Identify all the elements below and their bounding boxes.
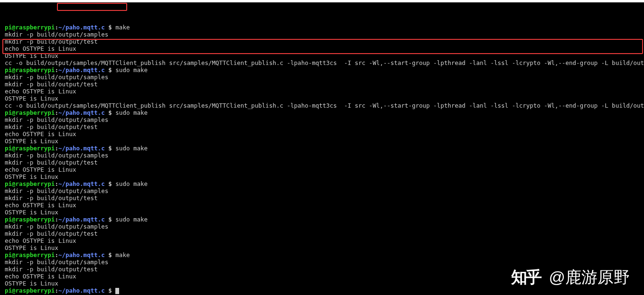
terminal-line: pi@raspberrypi:~/paho.mqtt.c $ make <box>0 24 644 31</box>
terminal-line: OSTYPE is Linux <box>0 173 644 180</box>
terminal-pane[interactable]: pi@raspberrypi:~/paho.mqtt.c $ makemkdir… <box>0 2 644 295</box>
terminal-line: mkdir -p build/output/test <box>0 81 644 88</box>
terminal-line: mkdir -p build/output/samples <box>0 187 644 194</box>
terminal-line: echo OSTYPE is Linux <box>0 166 644 173</box>
terminal-line: pi@raspberrypi:~/paho.mqtt.c $ <box>0 287 644 294</box>
terminal-line: mkdir -p build/output/test <box>0 38 644 45</box>
terminal-line: pi@raspberrypi:~/paho.mqtt.c $ sudo make <box>0 180 644 187</box>
terminal-line: mkdir -p build/output/samples <box>0 258 644 266</box>
terminal-line: mkdir -p build/output/test <box>0 159 644 166</box>
terminal-line: pi@raspberrypi:~/paho.mqtt.c $ make <box>0 251 644 258</box>
terminal-line: mkdir -p build/output/samples <box>0 116 644 123</box>
terminal-line: pi@raspberrypi:~/paho.mqtt.c $ sudo make <box>0 145 644 152</box>
terminal-line: OSTYPE is Linux <box>0 95 644 102</box>
terminal-line: echo OSTYPE is Linux <box>0 130 644 138</box>
terminal-line: pi@raspberrypi:~/paho.mqtt.c $ sudo make <box>0 66 644 74</box>
terminal-line: mkdir -p build/output/samples <box>0 31 644 38</box>
zhihu-icon: 知乎 <box>511 274 541 281</box>
terminal-line: mkdir -p build/output/test <box>0 194 644 202</box>
terminal-line: echo OSTYPE is Linux <box>0 202 644 209</box>
terminal-line: pi@raspberrypi:~/paho.mqtt.c $ sudo make <box>0 216 644 223</box>
terminal-line: mkdir -p build/output/samples <box>0 223 644 230</box>
terminal-line: echo OSTYPE is Linux <box>0 45 644 52</box>
terminal-line: pi@raspberrypi:~/paho.mqtt.c $ sudo make <box>0 109 644 116</box>
terminal-output: pi@raspberrypi:~/paho.mqtt.c $ makemkdir… <box>0 24 644 294</box>
terminal-line: cc -o build/output/samples/MQTTClient_pu… <box>0 59 644 66</box>
watermark-text: @鹿游原野 <box>544 274 630 281</box>
terminal-line: echo OSTYPE is Linux <box>0 237 644 244</box>
terminal-line: mkdir -p build/output/test <box>0 230 644 237</box>
terminal-line: echo OSTYPE is Linux <box>0 88 644 95</box>
terminal-line: mkdir -p build/output/samples <box>0 152 644 159</box>
watermark: 知乎 @鹿游原野 <box>511 274 630 281</box>
terminal-line: OSTYPE is Linux <box>0 209 644 216</box>
terminal-line: OSTYPE is Linux <box>0 52 644 59</box>
terminal-line: OSTYPE is Linux <box>0 138 644 145</box>
terminal-line: cc -o build/output/samples/MQTTClient_pu… <box>0 102 644 109</box>
highlight-box-cwd <box>57 3 127 11</box>
terminal-line: mkdir -p build/output/samples <box>0 74 644 81</box>
terminal-cursor <box>115 288 119 294</box>
terminal-line: mkdir -p build/output/test <box>0 123 644 130</box>
terminal-line: OSTYPE is Linux <box>0 244 644 251</box>
